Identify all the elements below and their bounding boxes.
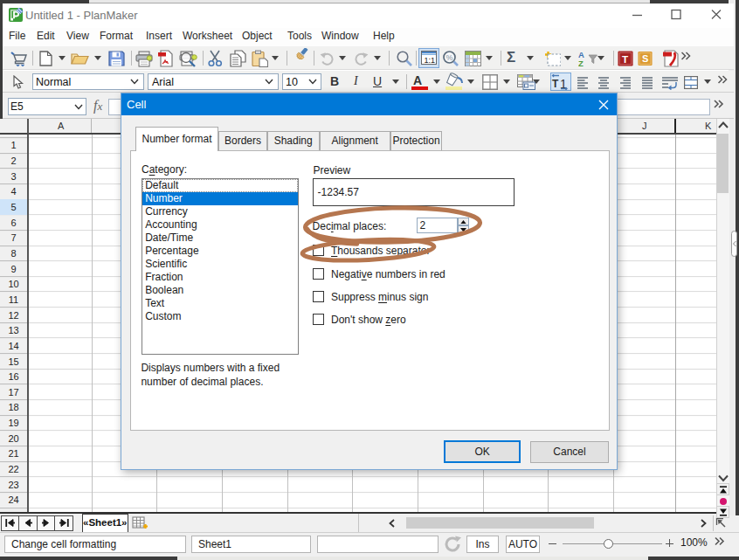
svg-text:%: % — [446, 53, 453, 62]
svg-text:Z: Z — [578, 59, 584, 67]
svg-text:S: S — [642, 53, 648, 64]
svg-text:T: T — [622, 53, 629, 65]
svg-text:1:1: 1:1 — [425, 56, 436, 65]
svg-text:T: T — [552, 78, 559, 90]
